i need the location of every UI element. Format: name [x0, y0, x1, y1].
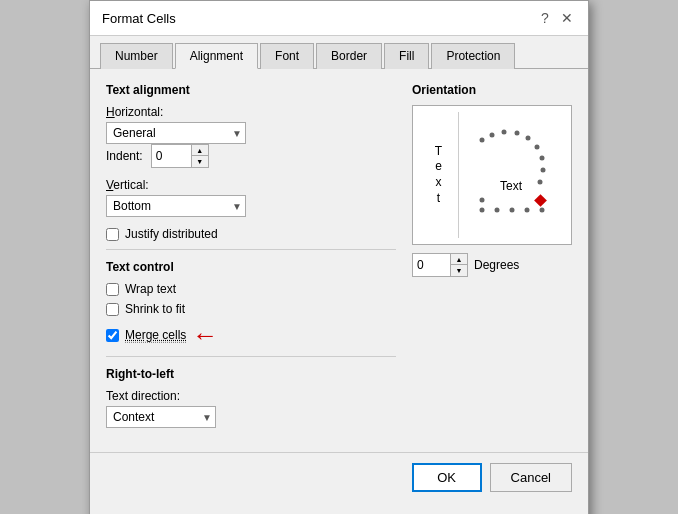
vertical-field-group: Vertical: Top Center Bottom Justify Dist…: [106, 178, 396, 217]
svg-point-7: [540, 156, 545, 161]
horizontal-label: Horizontal:: [106, 105, 396, 119]
vertical-select[interactable]: Top Center Bottom Justify Distributed: [106, 195, 246, 217]
svg-point-13: [525, 208, 530, 213]
degrees-input[interactable]: [412, 253, 450, 277]
tab-font[interactable]: Font: [260, 43, 314, 69]
indent-label: Indent:: [106, 149, 143, 163]
indent-spinner-btns: ▲ ▼: [191, 144, 209, 168]
merge-cells-label: Merge cells: [125, 328, 186, 343]
vert-e: e: [435, 159, 442, 175]
vertical-text-letters: T e x t: [435, 144, 442, 206]
vert-t: T: [435, 144, 442, 160]
indent-up-btn[interactable]: ▲: [192, 145, 208, 156]
degrees-spinner: ▲ ▼: [412, 253, 468, 277]
svg-point-14: [540, 208, 545, 213]
svg-point-4: [515, 131, 520, 136]
merge-cells-checkbox[interactable]: [106, 329, 119, 342]
justify-distributed-label: Justify distributed: [125, 227, 218, 241]
button-row: OK Cancel: [90, 452, 588, 506]
tabs-bar: Number Alignment Font Border Fill Protec…: [90, 36, 588, 69]
shrink-to-fit-row: Shrink to fit: [106, 302, 396, 316]
divider-2: [106, 356, 396, 357]
svg-point-0: [480, 198, 485, 203]
merge-cells-row: Merge cells ←: [106, 322, 396, 348]
horizontal-select-wrapper: General Left Center Right Fill Justify C…: [106, 122, 246, 144]
divider-1: [106, 249, 396, 250]
wrap-text-label: Wrap text: [125, 282, 176, 296]
degrees-row: ▲ ▼ Degrees: [412, 253, 572, 277]
right-to-left-title: Right-to-left: [106, 367, 396, 381]
indent-down-btn[interactable]: ▼: [192, 156, 208, 167]
degrees-down-btn[interactable]: ▼: [451, 265, 467, 276]
close-button[interactable]: ✕: [558, 9, 576, 27]
svg-text:Text: Text: [500, 179, 523, 193]
justify-distributed-checkbox[interactable]: [106, 228, 119, 241]
svg-point-9: [538, 180, 543, 185]
wrap-text-row: Wrap text: [106, 282, 396, 296]
orientation-svg[interactable]: Text: [462, 120, 562, 230]
format-cells-dialog: Format Cells ? ✕ Number Alignment Font B…: [89, 0, 589, 514]
help-button[interactable]: ?: [536, 9, 554, 27]
svg-point-6: [535, 145, 540, 150]
indent-input[interactable]: [151, 144, 191, 168]
tab-fill[interactable]: Fill: [384, 43, 429, 69]
vertical-label: Vertical:: [106, 178, 396, 192]
indent-spinner: ▲ ▼: [151, 144, 209, 168]
shrink-to-fit-label: Shrink to fit: [125, 302, 185, 316]
svg-point-12: [510, 208, 515, 213]
tab-content: Text alignment Horizontal: General Left …: [90, 69, 588, 452]
svg-point-11: [495, 208, 500, 213]
tab-border[interactable]: Border: [316, 43, 382, 69]
justify-distributed-row: Justify distributed: [106, 227, 396, 241]
svg-point-5: [526, 136, 531, 141]
indent-row: Indent: ▲ ▼: [106, 144, 396, 168]
svg-point-8: [541, 168, 546, 173]
svg-point-3: [502, 130, 507, 135]
degrees-spinner-btns: ▲ ▼: [450, 253, 468, 277]
text-direction-field-group: Text direction: Context Left-to-Right Ri…: [106, 389, 396, 428]
title-controls: ? ✕: [536, 9, 576, 27]
text-direction-label: Text direction:: [106, 389, 396, 403]
text-direction-select-wrapper: Context Left-to-Right Right-to-Left ▼: [106, 406, 216, 428]
cancel-button[interactable]: Cancel: [490, 463, 572, 492]
title-bar: Format Cells ? ✕: [90, 1, 588, 36]
left-panel: Text alignment Horizontal: General Left …: [106, 83, 396, 438]
horizontal-select[interactable]: General Left Center Right Fill Justify C…: [106, 122, 246, 144]
right-panel: Orientation T e x t: [412, 83, 572, 438]
vert-t2: t: [437, 191, 440, 207]
horizontal-field-group: Horizontal: General Left Center Right Fi…: [106, 105, 396, 168]
degrees-label: Degrees: [474, 258, 519, 272]
svg-point-2: [490, 133, 495, 138]
dots-area: Text: [459, 112, 565, 238]
orientation-title: Orientation: [412, 83, 572, 97]
text-alignment-title: Text alignment: [106, 83, 396, 97]
svg-point-10: [480, 208, 485, 213]
text-control-title: Text control: [106, 260, 396, 274]
text-direction-select[interactable]: Context Left-to-Right Right-to-Left: [106, 406, 216, 428]
svg-point-1: [480, 138, 485, 143]
orientation-box: T e x t: [412, 105, 572, 245]
ok-button[interactable]: OK: [412, 463, 482, 492]
watermark: groovyPost.com: [90, 506, 588, 514]
vertical-text-area: T e x t: [419, 112, 459, 238]
tab-protection[interactable]: Protection: [431, 43, 515, 69]
degrees-up-btn[interactable]: ▲: [451, 254, 467, 265]
dialog-title: Format Cells: [102, 11, 176, 26]
vert-x: x: [436, 175, 442, 191]
wrap-text-checkbox[interactable]: [106, 283, 119, 296]
tab-alignment[interactable]: Alignment: [175, 43, 258, 69]
svg-rect-15: [534, 194, 547, 207]
shrink-to-fit-checkbox[interactable]: [106, 303, 119, 316]
tab-number[interactable]: Number: [100, 43, 173, 69]
vertical-select-wrapper: Top Center Bottom Justify Distributed ▼: [106, 195, 246, 217]
red-arrow-icon: ←: [192, 322, 218, 348]
